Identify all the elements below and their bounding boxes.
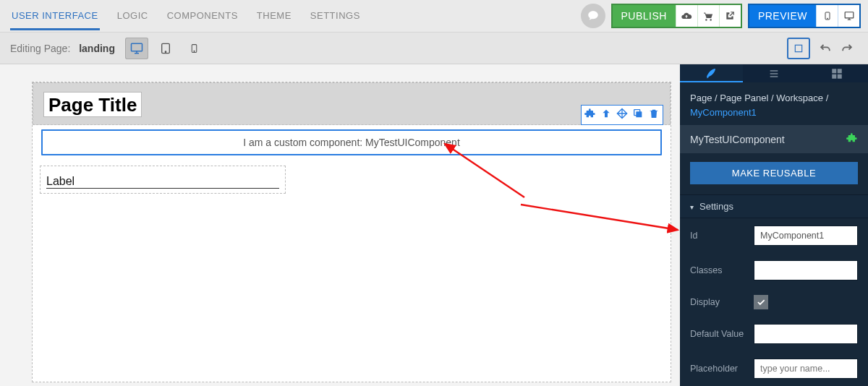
inspector-component-name-bar: MyTestUIComponent: [680, 125, 868, 153]
inspector-tab-list[interactable]: [743, 64, 806, 82]
field-classes-row: Classes: [680, 253, 868, 288]
undo-button[interactable]: [814, 38, 836, 59]
annotation-arrow-2: [517, 190, 680, 236]
move-icon[interactable]: [616, 108, 628, 122]
settings-section-header[interactable]: Settings: [680, 194, 868, 218]
field-placeholder-label: Placeholder: [690, 364, 754, 374]
field-placeholder-row: Placeholder: [680, 351, 868, 386]
svg-rect-14: [837, 69, 841, 73]
field-id-input[interactable]: [754, 226, 858, 246]
field-display-checkbox[interactable]: [754, 295, 768, 309]
cart-icon[interactable]: [697, 5, 719, 27]
nav-tabs: USER INTERFACE LOGIC COMPONENTS THEME SE…: [10, 0, 362, 32]
svg-rect-8: [795, 45, 801, 51]
top-nav: USER INTERFACE LOGIC COMPONENTS THEME SE…: [0, 0, 868, 33]
page-header: Page Title: [33, 82, 671, 125]
breadcrumb-leaf[interactable]: MyComponent1: [690, 107, 757, 118]
breadcrumb-path[interactable]: Page / Page Panel / Workspace /: [690, 93, 828, 103]
label-component[interactable]: Label: [40, 166, 286, 194]
svg-rect-9: [636, 111, 642, 117]
sub-bar: Editing Page: landing: [0, 33, 868, 64]
puzzle-icon[interactable]: [584, 108, 596, 122]
preview-label: PREVIEW: [749, 10, 816, 22]
editing-page-name: landing: [79, 43, 115, 54]
field-id-row: Id: [680, 218, 868, 253]
tab-user-interface[interactable]: USER INTERFACE: [10, 1, 100, 30]
field-placeholder-input[interactable]: [754, 359, 858, 379]
inspector-breadcrumb: Page / Page Panel / Workspace / MyCompon…: [680, 82, 868, 125]
svg-rect-3: [131, 43, 142, 51]
tab-theme[interactable]: THEME: [255, 1, 293, 30]
svg-rect-15: [832, 74, 836, 78]
viewport-tablet-button[interactable]: [154, 38, 177, 59]
field-classes-input[interactable]: [754, 260, 858, 280]
selection-mode-button[interactable]: [787, 38, 810, 59]
mobile-icon[interactable]: [816, 5, 838, 27]
svg-point-1: [827, 18, 827, 19]
redo-button[interactable]: [836, 38, 858, 59]
field-classes-label: Classes: [690, 265, 754, 275]
inspector-tab-style[interactable]: [680, 64, 743, 82]
component-toolbar: [581, 105, 663, 125]
make-reusable-button[interactable]: MAKE REUSABLE: [690, 162, 858, 184]
external-link-icon[interactable]: [719, 5, 741, 27]
field-default-value-row: Default Value: [680, 317, 868, 351]
copy-icon[interactable]: [632, 108, 644, 122]
viewport-mobile-button[interactable]: [183, 38, 206, 59]
svg-point-7: [194, 51, 195, 51]
page-frame[interactable]: Page Title I am a custom component: MyTe…: [32, 82, 671, 382]
svg-rect-2: [845, 12, 854, 18]
chat-icon[interactable]: [581, 4, 605, 28]
editing-page-prefix: Editing Page:: [10, 43, 70, 54]
tab-settings[interactable]: SETTINGS: [309, 1, 362, 30]
field-id-label: Id: [690, 231, 754, 241]
viewport-desktop-button[interactable]: [125, 38, 148, 59]
inspector-tab-grid[interactable]: [805, 64, 868, 82]
component-name: MyTestUIComponent: [690, 134, 785, 145]
inspector-tabs: [680, 64, 868, 82]
svg-rect-16: [837, 74, 841, 78]
label-text: Label: [46, 175, 279, 189]
custom-component[interactable]: I am a custom component: MyTestUICompone…: [41, 129, 662, 155]
svg-point-5: [165, 51, 166, 52]
component-puzzle-icon: [846, 132, 858, 146]
tab-logic[interactable]: LOGIC: [116, 1, 150, 30]
cloud-upload-icon[interactable]: [676, 5, 697, 27]
field-default-value-input[interactable]: [754, 324, 858, 344]
canvas-area[interactable]: Page Title I am a custom component: MyTe…: [0, 64, 680, 386]
svg-rect-13: [832, 69, 836, 73]
field-display-label: Display: [690, 297, 754, 307]
publish-button[interactable]: PUBLISH: [611, 4, 742, 28]
field-default-value-label: Default Value: [690, 329, 754, 339]
tab-components[interactable]: COMPONENTS: [166, 1, 239, 30]
preview-button[interactable]: PREVIEW: [748, 4, 861, 28]
field-display-row: Display: [680, 288, 868, 317]
trash-icon[interactable]: [648, 108, 660, 122]
page-title[interactable]: Page Title: [43, 92, 142, 117]
svg-line-12: [521, 205, 678, 230]
publish-label: PUBLISH: [613, 10, 676, 22]
inspector-panel: Page / Page Panel / Workspace / MyCompon…: [680, 64, 868, 386]
arrow-up-icon[interactable]: [600, 108, 612, 122]
desktop-icon[interactable]: [838, 5, 859, 27]
